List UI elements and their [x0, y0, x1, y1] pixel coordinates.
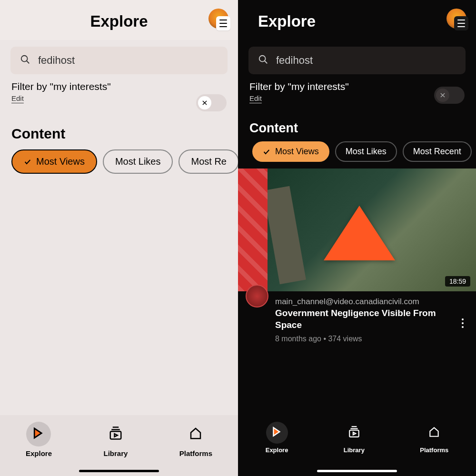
chip-most-recent[interactable]: Most Re [178, 149, 238, 174]
header: Explore [238, 0, 476, 40]
video-thumbnail[interactable]: 18:59 [238, 169, 476, 291]
search-icon [258, 54, 268, 67]
nav-library[interactable]: Library [343, 422, 365, 454]
search-input[interactable] [38, 54, 218, 67]
filter-label: Filter by "my interests" [11, 81, 227, 92]
search-box[interactable] [10, 47, 228, 74]
nav-label: Platforms [420, 446, 448, 454]
check-icon [24, 158, 31, 166]
edit-filter-link[interactable]: Edit [11, 94, 24, 102]
header: Explore [0, 0, 238, 40]
svg-point-7 [259, 56, 266, 62]
search-icon [20, 54, 30, 67]
platforms-icon [428, 426, 440, 440]
library-icon [348, 426, 360, 440]
svg-line-8 [265, 61, 268, 64]
video-card[interactable]: 18:59 main_channel@video.canadiancivil.c… [238, 169, 476, 343]
menu-button[interactable] [454, 16, 468, 30]
chip-label: Most Likes [115, 156, 161, 167]
nav-label: Library [103, 449, 128, 457]
avatar[interactable] [446, 9, 466, 29]
chip-most-views[interactable]: Most Views [11, 149, 97, 174]
nav-label: Library [344, 446, 365, 454]
filter-toggle[interactable] [196, 94, 227, 111]
channel-avatar[interactable] [246, 285, 268, 307]
chip-label: Most Likes [346, 147, 387, 157]
chip-label: Most Recent [413, 147, 461, 157]
video-title[interactable]: Government Negligence Visible From Space [275, 307, 450, 331]
search-input[interactable] [276, 54, 456, 67]
explore-icon [271, 426, 283, 440]
chip-most-likes[interactable]: Most Likes [335, 141, 397, 162]
bottom-nav: Explore Library Platforms [0, 415, 238, 476]
page-title: Explore [90, 12, 148, 30]
nav-label: Explore [266, 446, 288, 454]
svg-rect-6 [110, 431, 121, 439]
close-icon [436, 89, 449, 102]
page-title: Explore [248, 12, 466, 30]
menu-button[interactable] [216, 16, 230, 30]
avatar[interactable] [208, 9, 228, 29]
chip-most-recent[interactable]: Most Recent [403, 141, 472, 162]
nav-explore[interactable]: Explore [266, 422, 288, 454]
chip-label: Most Views [36, 156, 85, 167]
nav-label: Platforms [179, 449, 212, 457]
check-icon [263, 148, 270, 156]
duration-badge: 18:59 [445, 276, 470, 287]
edit-filter-link[interactable]: Edit [249, 94, 262, 102]
content-heading: Content [238, 103, 476, 141]
svg-rect-13 [349, 430, 359, 437]
platforms-icon [188, 426, 203, 442]
explore-icon [31, 426, 46, 442]
bottom-nav: Explore Library Platforms [238, 415, 476, 476]
video-stats: 8 months ago • 374 views [275, 335, 450, 343]
nav-platforms[interactable]: Platforms [420, 422, 448, 454]
filter-toggle[interactable] [434, 87, 465, 104]
chip-most-views[interactable]: Most Views [252, 141, 329, 162]
search-box[interactable] [248, 47, 466, 74]
nav-library[interactable]: Library [103, 422, 128, 457]
filter-label: Filter by "my interests" [249, 81, 465, 92]
close-icon [198, 96, 211, 109]
home-indicator [317, 470, 397, 472]
svg-line-1 [27, 61, 30, 64]
home-indicator [79, 470, 159, 472]
chip-label: Most Re [191, 156, 226, 167]
nav-label: Explore [26, 449, 52, 457]
nav-platforms[interactable]: Platforms [179, 422, 212, 457]
library-icon [109, 426, 123, 442]
chip-most-likes[interactable]: Most Likes [103, 149, 173, 174]
more-button[interactable] [457, 297, 468, 343]
channel-name[interactable]: main_channel@video.canadiancivil.com [275, 297, 450, 307]
chip-label: Most Views [275, 147, 319, 157]
nav-explore[interactable]: Explore [26, 422, 52, 457]
svg-point-0 [21, 56, 28, 62]
